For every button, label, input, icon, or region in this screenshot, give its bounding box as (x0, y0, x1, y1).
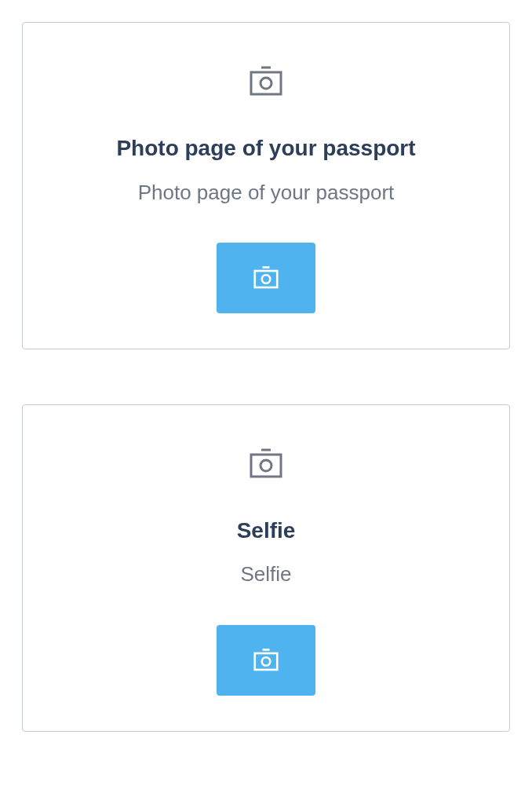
camera-icon (253, 649, 279, 672)
svg-point-2 (261, 78, 271, 89)
card-subtitle: Photo page of your passport (138, 181, 395, 205)
upload-card-selfie: Selfie Selfie (22, 404, 510, 732)
svg-rect-4 (255, 271, 278, 287)
card-title: Photo page of your passport (116, 135, 415, 162)
card-title: Selfie (237, 517, 296, 544)
svg-point-5 (262, 275, 271, 283)
upload-card-passport: Photo page of your passport Photo page o… (22, 22, 510, 349)
svg-rect-10 (255, 653, 278, 670)
upload-photo-button[interactable] (217, 243, 315, 313)
svg-rect-1 (251, 72, 281, 94)
upload-photo-button[interactable] (217, 625, 315, 696)
svg-point-8 (261, 460, 271, 471)
card-subtitle: Selfie (240, 562, 291, 587)
camera-icon (253, 266, 279, 290)
svg-rect-7 (251, 455, 281, 477)
camera-icon (249, 448, 283, 480)
svg-point-11 (262, 657, 271, 666)
camera-icon (249, 66, 283, 97)
